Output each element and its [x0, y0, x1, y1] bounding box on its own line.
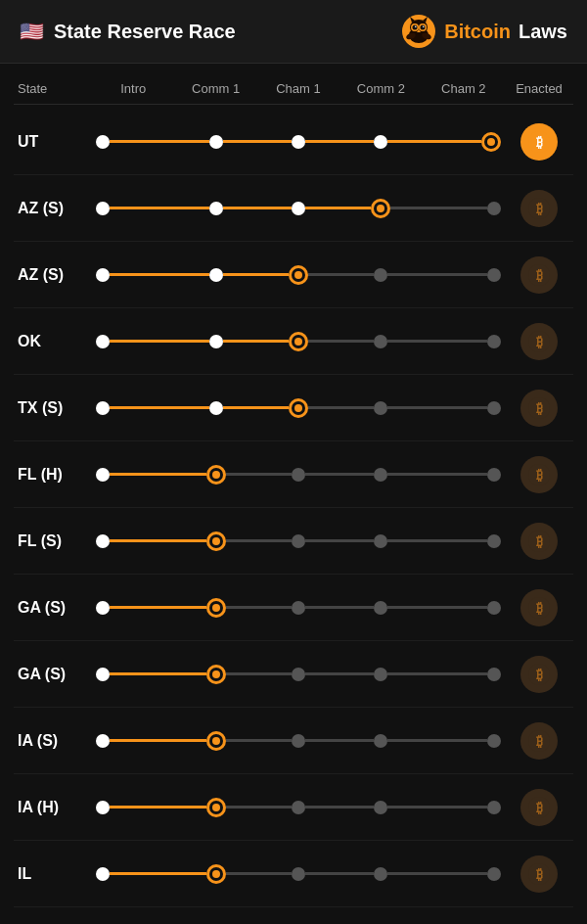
stage-dot-3: [292, 601, 305, 615]
svg-text:₿: ₿: [536, 667, 543, 682]
stage-dot-4: [374, 268, 387, 282]
stage-cell-4: [339, 801, 422, 814]
stage-dot-2: [206, 531, 226, 551]
state-label: FL (H): [14, 466, 92, 484]
stage-cell-2: [174, 335, 256, 348]
stage-dot-4: [371, 199, 390, 218]
stage-dot-3: [292, 534, 305, 548]
rows-container: UT ₿ AZ (S) ₿ AZ (S) ₿ OK ₿ TX (S) ₿ FL …: [14, 109, 573, 907]
stage-cell-1: [92, 135, 174, 149]
stage-dot-1: [96, 202, 110, 215]
line-before-2: [174, 406, 208, 409]
table-row: TX (S) ₿: [14, 375, 573, 441]
column-headers: State Intro Comm 1 Cham 1 Comm 2 Cham 2 …: [14, 73, 573, 105]
stage-dot-1: [96, 601, 110, 615]
stage-cell-1: [92, 534, 174, 548]
stage-cell-5: [423, 801, 505, 814]
stage-cell-1: [92, 801, 174, 814]
stage-dot-3: [292, 801, 305, 814]
stage-dot-1: [96, 668, 110, 681]
stage-cell-5: [423, 601, 505, 615]
stage-cell-2: [174, 798, 256, 817]
svg-text:₿: ₿: [536, 134, 543, 150]
line-before-3: [257, 273, 289, 276]
enacted-cell: ₿: [505, 589, 573, 626]
stage-dot-5: [487, 734, 501, 748]
line-after-1: [110, 539, 174, 542]
stage-cell-3: [257, 332, 339, 351]
stage-dot-2: [206, 864, 226, 884]
line-after-4: [387, 140, 422, 143]
line-before-5: [423, 406, 487, 409]
stage-dot-2: [206, 798, 226, 817]
line-after-3: [308, 273, 339, 276]
stage-cell-2: [174, 531, 256, 551]
bitcoin-badge: ₿: [520, 390, 558, 427]
enacted-cell: ₿: [505, 722, 573, 760]
svg-point-7: [413, 25, 418, 30]
stage-dot-4: [374, 335, 387, 348]
svg-text:₿: ₿: [536, 733, 543, 749]
line-after-3: [305, 539, 339, 542]
line-after-1: [110, 340, 174, 343]
line-after-2: [223, 340, 257, 343]
stage-cell-2: [174, 465, 256, 485]
stage-dot-4: [374, 801, 387, 814]
state-label: TX (S): [14, 399, 92, 417]
svg-point-10: [423, 25, 425, 27]
stage-dot-3: [289, 332, 308, 351]
line-after-3: [305, 606, 339, 609]
col-cham2: Cham 2: [423, 81, 505, 96]
line-before-2: [174, 606, 205, 609]
stage-dot-2: [206, 665, 226, 684]
svg-text:₿: ₿: [536, 400, 543, 416]
line-after-3: [305, 140, 339, 143]
stage-dot-4: [374, 135, 387, 149]
stage-dot-4: [374, 734, 387, 748]
bitcoin-badge: ₿: [520, 190, 558, 227]
line-before-5: [423, 739, 487, 742]
line-after-2: [226, 606, 257, 609]
svg-text:₿: ₿: [536, 600, 543, 616]
stage-cell-1: [92, 601, 174, 615]
bitcoin-badge: ₿: [520, 589, 558, 626]
line-before-5: [423, 340, 487, 343]
line-after-2: [226, 872, 257, 875]
line-after-4: [387, 672, 422, 675]
stage-dot-3: [292, 135, 305, 149]
line-after-3: [308, 340, 339, 343]
stage-cell-2: [174, 135, 256, 149]
col-comm1: Comm 1: [174, 81, 256, 96]
stage-dot-4: [374, 601, 387, 615]
bitcoin-badge: ₿: [520, 855, 558, 893]
line-after-3: [305, 806, 339, 808]
col-enacted: Enacted: [505, 81, 573, 96]
stage-dot-2: [206, 465, 226, 485]
line-after-1: [110, 140, 174, 143]
header: 🇺🇸 State Reserve Race Bitcoin Laws: [0, 0, 587, 64]
line-after-4: [387, 539, 422, 542]
stage-dot-1: [96, 401, 110, 415]
enacted-cell: ₿: [505, 123, 573, 161]
state-label: IA (H): [14, 799, 92, 816]
stage-cell-2: [174, 731, 256, 751]
line-after-1: [110, 207, 174, 209]
line-before-5: [423, 207, 487, 209]
stage-cell-4: [339, 268, 422, 282]
stage-cell-4: [339, 534, 422, 548]
line-after-1: [110, 473, 174, 476]
line-after-2: [226, 739, 257, 742]
stage-cell-2: [174, 598, 256, 618]
line-after-2: [223, 406, 257, 409]
stage-dot-4: [374, 468, 387, 482]
line-after-3: [305, 739, 339, 742]
stage-dot-3: [292, 867, 305, 881]
col-comm2: Comm 2: [339, 81, 422, 96]
line-before-4: [339, 273, 374, 276]
bitcoin-badge: ₿: [520, 456, 558, 493]
flag-icon: 🇺🇸: [20, 20, 44, 43]
line-after-4: [390, 207, 422, 209]
stage-dot-3: [292, 202, 305, 215]
stage-cell-2: [174, 864, 256, 884]
bitcoin-badge: ₿: [520, 323, 558, 360]
